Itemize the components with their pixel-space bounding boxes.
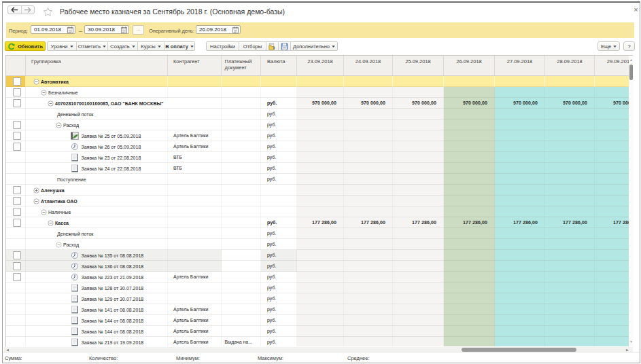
operational-day-value: 26.09.2018 xyxy=(196,26,231,33)
grouping-label: Заявка № 26 от 05.09.2018 xyxy=(82,142,141,152)
row-checkbox[interactable] xyxy=(13,197,21,205)
date-to-calendar-button[interactable] xyxy=(120,26,128,34)
row-checkbox[interactable] xyxy=(13,121,21,129)
header-date-26-09-2018[interactable]: 26.09.2018 xyxy=(444,56,495,75)
grouping-row[interactable]: Атлантика ОАО xyxy=(6,196,629,206)
payment-request-row[interactable]: Заявка № 24 от 22.08.2018ВТБруб. xyxy=(6,163,629,174)
tree-expander-minus-icon[interactable] xyxy=(41,90,47,96)
amount-cell xyxy=(344,163,393,174)
settings-button[interactable]: Настройки xyxy=(207,42,239,50)
amount-cell xyxy=(595,228,629,239)
payment-request-row[interactable]: Заявка № 23 от 22.08.2018ВТБруб. xyxy=(6,152,629,163)
grouping-row[interactable]: Денежный потокруб. xyxy=(6,228,629,239)
tree-expander-plus-icon[interactable] xyxy=(33,187,39,194)
header-date-27-09-2018[interactable]: 27.09.2018 xyxy=(495,56,545,75)
grouping-row[interactable]: Безналичные xyxy=(6,87,629,98)
scroll-down-icon[interactable]: ▼ xyxy=(629,339,634,344)
row-checkbox[interactable] xyxy=(13,273,21,281)
date-to-input[interactable]: 30.09.2018 xyxy=(84,25,129,34)
header-grouping[interactable]: Группировка xyxy=(26,56,168,75)
date-from-input[interactable]: 01.09.2018 xyxy=(31,25,75,34)
save-settings-button[interactable] xyxy=(279,42,291,50)
create-button[interactable]: Создать▼ xyxy=(108,42,138,50)
grouping-row[interactable]: Кассаруб.177 286,00177 286,00177 286,001… xyxy=(6,217,629,228)
payment-request-row[interactable]: Заявка № 144 от 08.08.2018Артель Балтики… xyxy=(6,315,629,326)
vertical-scroll-thumb[interactable] xyxy=(629,65,633,80)
tree-expander-minus-icon[interactable] xyxy=(33,79,39,85)
row-checkbox[interactable] xyxy=(13,99,21,107)
payment-request-row[interactable]: Заявка № 223 от 21.09.2018Артель Балтики… xyxy=(6,272,629,283)
payment-document-cell xyxy=(222,261,262,272)
contractor-cell xyxy=(168,120,222,130)
tree-expander-minus-icon[interactable] xyxy=(33,198,39,204)
tree-expander-minus-icon[interactable] xyxy=(48,220,54,226)
grouping-row[interactable]: Наличные xyxy=(6,206,629,217)
back-button[interactable] xyxy=(8,6,22,14)
close-icon[interactable]: × xyxy=(631,5,640,14)
row-checkbox[interactable] xyxy=(13,88,21,96)
row-checkbox[interactable] xyxy=(13,132,21,140)
operational-day-input[interactable]: 26.09.2018 xyxy=(196,25,241,34)
scroll-up-icon[interactable]: ▲ xyxy=(629,57,634,62)
date-from-calendar-button[interactable] xyxy=(66,26,75,34)
refresh-button[interactable]: Обновить xyxy=(5,41,46,51)
operational-day-calendar-button[interactable] xyxy=(231,26,240,34)
header-checkbox-column[interactable] xyxy=(6,56,26,75)
filters-button[interactable]: Отборы xyxy=(239,42,266,50)
grouping-row[interactable]: 40702810700100100085, ОАО "БАНК МОСКВЫ"р… xyxy=(6,98,629,109)
grouping-row[interactable]: Поступлениеруб. xyxy=(6,174,629,185)
amount-cell xyxy=(297,206,344,217)
header-contractor[interactable]: Контрагент xyxy=(168,56,222,75)
mark-button[interactable]: Отметить▼ xyxy=(77,42,108,50)
payment-request-row[interactable]: Заявка № 144 от 08.08.2018Артель Балтики… xyxy=(6,326,629,337)
levels-button[interactable]: Уровни▼ xyxy=(48,42,77,50)
payment-request-row[interactable]: Заявка № 219 от 19.09.2018Артель Балтики… xyxy=(6,337,629,346)
header-date-24-09-2018[interactable]: 24.09.2018 xyxy=(344,56,393,75)
payment-request-row[interactable]: Заявка № 141 от 08.08.2018Артель Балтики… xyxy=(6,304,629,315)
doc-icon xyxy=(71,338,79,346)
header-date-25-09-2018[interactable]: 25.09.2018 xyxy=(393,56,444,75)
row-checkbox[interactable] xyxy=(13,251,21,259)
payments-grid: ГруппировкаКонтрагентПлатежный документВ… xyxy=(5,55,633,348)
row-checkbox[interactable] xyxy=(13,208,21,216)
header-date-29-09-2018[interactable]: 29.09.2018 xyxy=(595,56,629,75)
row-checkbox[interactable] xyxy=(13,186,21,194)
amount-cell xyxy=(495,304,545,315)
tree-expander-minus-icon[interactable] xyxy=(41,209,47,215)
grouping-row[interactable]: Расходруб. xyxy=(6,239,629,250)
favorite-star-icon[interactable] xyxy=(43,7,53,17)
grouping-row[interactable]: Расходруб. xyxy=(6,120,629,130)
row-checkbox[interactable] xyxy=(13,219,21,227)
grouping-label: Заявка № 25 от 05.09.2018 xyxy=(82,131,141,141)
more-button[interactable]: Еще▼ xyxy=(597,41,620,51)
period-bar: Период: 01.09.2018 – 30.09.2018 ... Опер… xyxy=(6,22,634,38)
tree-expander-minus-icon[interactable] xyxy=(48,101,54,107)
payment-request-row[interactable]: Заявка № 25 от 05.09.2018Артель Балтикир… xyxy=(6,130,629,141)
payment-request-row[interactable]: Заявка № 136 от 08.08.2018руб. xyxy=(6,261,629,272)
header-date-23-09-2018[interactable]: 23.09.2018 xyxy=(297,56,344,75)
help-button[interactable]: ? xyxy=(623,41,635,51)
payment-request-row[interactable]: Заявка № 129 от 30.07.2018руб. xyxy=(6,293,629,304)
grouping-row[interactable]: Автоматика xyxy=(6,76,629,87)
header-payment-document[interactable]: Платежный документ xyxy=(222,56,262,75)
currency-cell: руб. xyxy=(261,98,297,109)
payment-request-row[interactable]: Заявка № 128 от 30.07.2018руб. xyxy=(6,283,629,293)
header-currency[interactable]: Валюта xyxy=(261,56,297,75)
payment-request-row[interactable]: Заявка № 26 от 05.09.2018Артель Балтикир… xyxy=(6,141,629,152)
header-date-28-09-2018[interactable]: 28.09.2018 xyxy=(545,56,595,75)
row-checkbox[interactable] xyxy=(13,262,21,270)
to-payment-button[interactable]: В оплату▼ xyxy=(164,42,194,50)
grouping-row[interactable]: Аленушка xyxy=(6,185,629,196)
payment-request-row[interactable]: Заявка № 135 от 08.08.2018руб. xyxy=(6,250,629,261)
forward-button[interactable] xyxy=(22,6,35,14)
load-settings-button[interactable] xyxy=(266,42,279,50)
vertical-scrollbar[interactable]: ▲ ▼ xyxy=(629,56,634,346)
tree-expander-minus-icon[interactable] xyxy=(56,122,62,128)
rates-button[interactable]: Курсы▼ xyxy=(138,42,164,50)
additional-button[interactable]: Дополнительно▼ xyxy=(291,42,337,50)
row-checkbox[interactable] xyxy=(13,77,21,86)
period-select-button[interactable]: ... xyxy=(133,25,144,35)
row-checkbox[interactable] xyxy=(13,143,21,151)
tree-expander-minus-icon[interactable] xyxy=(56,242,62,248)
grouping-row[interactable]: Денежный потокруб. xyxy=(6,109,629,120)
